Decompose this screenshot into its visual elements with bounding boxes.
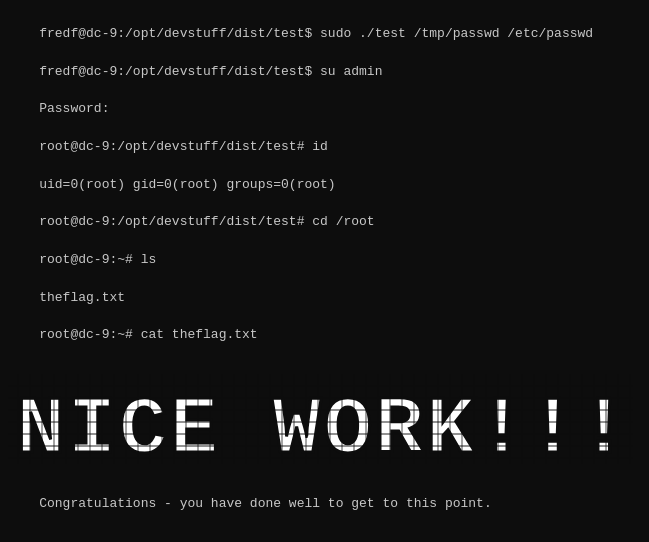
nice-work-svg: .bg-letter { fill: #1a1a1a; stroke: #00f… <box>8 374 633 464</box>
congratulations-text: Congratulations - you have done well to … <box>8 474 641 542</box>
cmd-line-5: uid=0(root) gid=0(root) groups=0(root) <box>39 177 335 192</box>
cmd-line-7: root@dc-9:~# ls <box>39 252 156 267</box>
cmd-line-1: fredf@dc-9:/opt/devstuff/dist/test$ sudo… <box>39 26 593 41</box>
command-output: fredf@dc-9:/opt/devstuff/dist/test$ sudo… <box>8 6 641 364</box>
msg-line-0: Congratulations - you have done well to … <box>39 496 491 511</box>
nice-work-banner: .bg-letter { fill: #1a1a1a; stroke: #00f… <box>8 374 641 464</box>
cmd-line-9: root@dc-9:~# cat theflag.txt <box>39 327 257 342</box>
cmd-line-2: fredf@dc-9:/opt/devstuff/dist/test$ su a… <box>39 64 382 79</box>
cmd-line-8: theflag.txt <box>39 290 125 305</box>
cmd-line-4: root@dc-9:/opt/devstuff/dist/test# id <box>39 139 328 154</box>
terminal-window: fredf@dc-9:/opt/devstuff/dist/test$ sudo… <box>0 0 649 542</box>
cmd-line-3: Password: <box>39 101 109 116</box>
svg-text:NICE WORK!!!: NICE WORK!!! <box>16 384 631 464</box>
cmd-line-6: root@dc-9:/opt/devstuff/dist/test# cd /r… <box>39 214 374 229</box>
